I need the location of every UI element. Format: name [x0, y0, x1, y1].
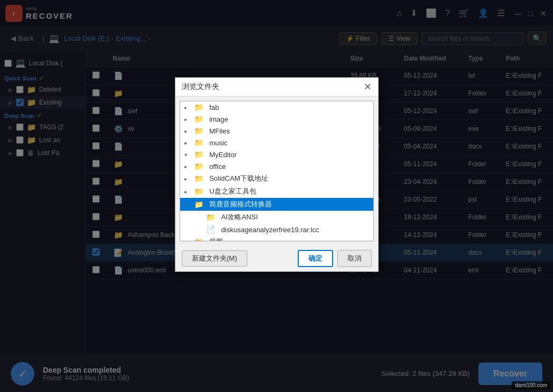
- tree-label-1: image: [209, 115, 228, 123]
- modal-close-button[interactable]: ✕: [364, 82, 372, 92]
- tree-arrow-11: ▸: [185, 239, 192, 241]
- tree-item-2[interactable]: ▸📁 MFiles: [180, 125, 373, 137]
- tree-folder-icon-4: 📁: [194, 150, 203, 159]
- tree-label-8: 简鹿音频格式转换器: [209, 199, 272, 209]
- tree-arrow-2: ▸: [185, 128, 192, 134]
- tree-arrow-6: ▸: [185, 176, 192, 182]
- tree-label-10: diskusageanalyzerfree19.rar.lcc: [221, 226, 319, 234]
- tree-folder-icon-5: 📁: [194, 162, 203, 171]
- tree-arrow-7: ▸: [185, 189, 192, 195]
- tree-label-2: MFiles: [209, 127, 230, 135]
- app-window: r remo RECOVER ⌂ ⬇ ⬜ ? 🛒 👤 ☰ — □ ✕ ◀ Bac: [0, 0, 553, 392]
- modal-cancel-button[interactable]: 取消: [337, 250, 372, 267]
- tree-item-4[interactable]: ▾📁 MyEditor: [180, 149, 373, 160]
- tree-arrow-0: ▸: [185, 105, 192, 110]
- tree-item-5[interactable]: ▸📁 office: [180, 160, 373, 172]
- modal-title-bar: 浏览文件夹 ✕: [175, 78, 378, 97]
- tree-folder-icon-0: 📁: [194, 103, 203, 112]
- tree-arrow-8: ▾: [185, 202, 192, 208]
- tree-folder-icon-1: 📁: [194, 115, 203, 123]
- tree-item-3[interactable]: ▸📁 music: [180, 137, 373, 149]
- tree-item-11[interactable]: ▸📁 截图: [180, 235, 373, 241]
- tree-label-11: 截图: [209, 237, 223, 241]
- watermark: dami100.com: [512, 381, 550, 389]
- tree-item-1[interactable]: ▸📁 image: [180, 113, 373, 125]
- new-folder-button[interactable]: 新建文件夹(M): [182, 250, 248, 267]
- tree-folder-icon-8: 📁: [194, 200, 203, 209]
- tree-item-0[interactable]: ▸📁 fab: [180, 101, 373, 113]
- tree-item-7[interactable]: ▸📁 U盘之家工具包: [180, 185, 373, 198]
- tree-folder-icon-9: 📁: [206, 213, 215, 221]
- tree-item-8[interactable]: ▾📁 简鹿音频格式转换器: [180, 198, 373, 211]
- modal-body: ▸📁 fab▸📁 image▸📁 MFiles▸📁 music▾📁 MyEdit…: [180, 101, 374, 241]
- tree-arrow-1: ▸: [185, 116, 192, 122]
- tree-item-6[interactable]: ▸📁 SolidCAM下载地址: [180, 172, 373, 185]
- browse-folder-modal: 浏览文件夹 ✕ ▸📁 fab▸📁 image▸📁 MFiles▸📁 music▾…: [175, 77, 379, 272]
- folder-tree: ▸📁 fab▸📁 image▸📁 MFiles▸📁 music▾📁 MyEdit…: [180, 101, 373, 241]
- tree-folder-icon-3: 📁: [194, 138, 203, 147]
- modal-footer: 新建文件夹(M) 确定 取消: [175, 246, 378, 271]
- tree-label-7: U盘之家工具包: [209, 187, 256, 196]
- tree-arrow-4: ▾: [185, 152, 192, 158]
- modal-overlay: 浏览文件夹 ✕ ▸📁 fab▸📁 image▸📁 MFiles▸📁 music▾…: [0, 0, 553, 392]
- tree-label-6: SolidCAM下载地址: [209, 174, 268, 183]
- tree-folder-icon-10: 📄: [206, 225, 215, 234]
- tree-label-3: music: [209, 139, 227, 147]
- tree-folder-icon-7: 📁: [194, 187, 203, 196]
- tree-label-4: MyEditor: [209, 151, 237, 159]
- tree-arrow-5: ▸: [185, 164, 192, 169]
- tree-item-10[interactable]: 📄 diskusageanalyzerfree19.rar.lcc: [180, 224, 373, 235]
- modal-ok-cancel: 确定 取消: [298, 250, 372, 267]
- tree-label-5: office: [209, 162, 226, 171]
- tree-label-0: fab: [209, 103, 219, 112]
- tree-label-9: AI攻略ANSI: [221, 212, 258, 222]
- modal-ok-button[interactable]: 确定: [298, 250, 333, 267]
- tree-folder-icon-11: 📁: [194, 238, 203, 241]
- tree-item-9[interactable]: 📁 AI攻略ANSI: [180, 211, 373, 224]
- modal-title-text: 浏览文件夹: [182, 82, 219, 92]
- tree-folder-icon-2: 📁: [194, 127, 203, 135]
- tree-arrow-3: ▸: [185, 140, 192, 146]
- tree-folder-icon-6: 📁: [194, 174, 203, 183]
